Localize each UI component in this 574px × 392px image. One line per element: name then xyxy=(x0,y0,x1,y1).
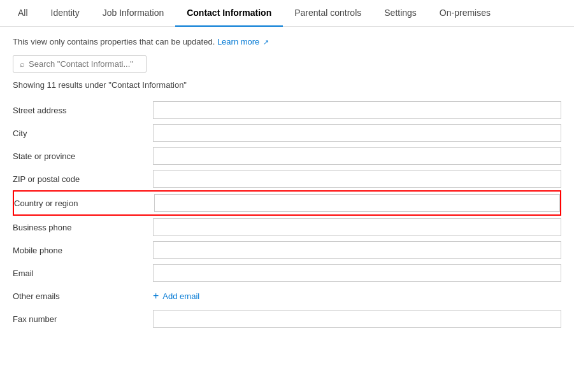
form-row-business-phone: Business phone xyxy=(13,216,561,239)
info-bar: This view only contains properties that … xyxy=(13,37,561,46)
field-wrap-state-province xyxy=(153,147,561,165)
label-country-region: Country or region xyxy=(14,199,154,208)
tab-bar: AllIdentityJob InformationContact Inform… xyxy=(0,0,574,27)
tab-job-information[interactable]: Job Information xyxy=(91,0,176,27)
learn-more-link[interactable]: Learn more ↗ xyxy=(217,37,269,46)
tab-settings[interactable]: Settings xyxy=(373,0,428,27)
tab-all[interactable]: All xyxy=(6,0,39,27)
results-info: Showing 11 results under "Contact Inform… xyxy=(13,80,561,90)
form-row-state-province: State or province xyxy=(13,144,561,167)
label-mobile-phone: Mobile phone xyxy=(13,246,153,255)
plus-icon: + xyxy=(153,291,159,301)
search-box[interactable]: ⌕ xyxy=(13,55,147,73)
tab-parental-controls[interactable]: Parental controls xyxy=(283,0,373,27)
info-bar-text: This view only contains properties that … xyxy=(13,37,215,46)
field-wrap-country-region xyxy=(154,194,560,212)
form-fields: Street addressCityState or provinceZIP o… xyxy=(13,99,561,330)
external-link-icon: ↗ xyxy=(263,38,269,46)
field-wrap-mobile-phone xyxy=(153,241,561,259)
input-country-region[interactable] xyxy=(154,194,560,212)
search-icon: ⌕ xyxy=(20,59,25,69)
input-mobile-phone[interactable] xyxy=(153,241,561,259)
search-input[interactable] xyxy=(29,59,140,69)
input-zip-postal[interactable] xyxy=(153,170,561,188)
label-street-address: Street address xyxy=(13,106,153,115)
form-row-email: Email xyxy=(13,262,561,284)
field-wrap-email xyxy=(153,264,561,282)
add-email-label: Add email xyxy=(162,291,199,301)
tab-identity[interactable]: Identity xyxy=(39,0,91,27)
tab-contact-information[interactable]: Contact Information xyxy=(175,0,283,27)
label-state-province: State or province xyxy=(13,151,153,161)
label-email: Email xyxy=(13,269,153,278)
content-area: This view only contains properties that … xyxy=(0,27,574,340)
input-city[interactable] xyxy=(153,124,561,142)
field-wrap-business-phone xyxy=(153,218,561,236)
form-row-other-emails: Other emails+Add email xyxy=(13,284,561,307)
form-row-country-region: Country or region xyxy=(13,190,561,216)
input-email[interactable] xyxy=(153,264,561,282)
label-fax-number: Fax number xyxy=(13,314,153,324)
form-row-street-address: Street address xyxy=(13,99,561,122)
label-other-emails: Other emails xyxy=(13,291,153,301)
tab-on-premises[interactable]: On-premises xyxy=(428,0,502,27)
field-wrap-street-address xyxy=(153,101,561,119)
label-zip-postal: ZIP or postal code xyxy=(13,174,153,184)
add-email-button[interactable]: +Add email xyxy=(153,291,199,301)
form-row-fax-number: Fax number xyxy=(13,307,561,330)
label-city: City xyxy=(13,129,153,138)
input-business-phone[interactable] xyxy=(153,218,561,236)
field-wrap-fax-number xyxy=(153,310,561,328)
field-wrap-city xyxy=(153,124,561,142)
form-row-zip-postal: ZIP or postal code xyxy=(13,167,561,190)
form-row-mobile-phone: Mobile phone xyxy=(13,239,561,262)
field-wrap-zip-postal xyxy=(153,170,561,188)
input-state-province[interactable] xyxy=(153,147,561,165)
form-row-city: City xyxy=(13,122,561,144)
field-wrap-other-emails: +Add email xyxy=(153,291,561,301)
input-street-address[interactable] xyxy=(153,101,561,119)
input-fax-number[interactable] xyxy=(153,310,561,328)
label-business-phone: Business phone xyxy=(13,223,153,232)
